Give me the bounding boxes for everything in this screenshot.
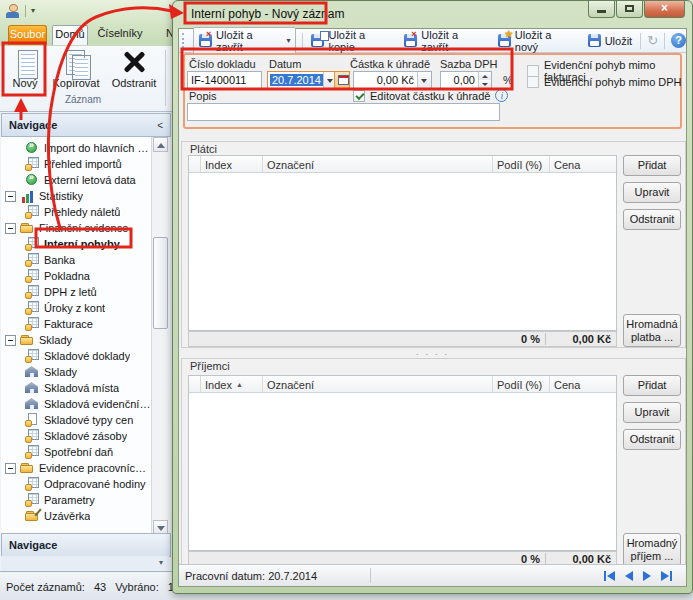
quick-access-toolbar: ▾ bbox=[5, 3, 35, 18]
nav-item-parametry[interactable]: Parametry bbox=[1, 492, 151, 508]
nav-item-interni-pohyby[interactable]: Interní pohyby bbox=[1, 236, 151, 252]
toolbar-separator bbox=[640, 33, 641, 49]
first-record-icon[interactable] bbox=[604, 571, 615, 581]
nav-item-banka[interactable]: Banka bbox=[1, 252, 151, 268]
save-button[interactable]: Uložit bbox=[586, 33, 635, 48]
spinner-icons[interactable] bbox=[478, 72, 491, 88]
tab-soubor[interactable]: Soubor bbox=[8, 25, 47, 45]
save-and-close-split-button[interactable]: × Uložit a zavřít ▾ bbox=[193, 27, 296, 55]
nav-item-odpracovane-hodiny[interactable]: Odpracované hodiny bbox=[1, 476, 151, 492]
payers-add-button[interactable]: Přidat bbox=[623, 155, 681, 176]
column-index[interactable]: Index▲ bbox=[201, 376, 263, 392]
payers-total-amount: 0,00 Kč bbox=[546, 333, 616, 345]
date-label: Datum bbox=[269, 58, 301, 70]
payers-table[interactable]: Index Označení Podíl (%) Cena bbox=[188, 155, 617, 331]
nav-item-skladove-zasoby[interactable]: Skladové zásoby bbox=[1, 428, 151, 444]
nav-item-financni-evidence[interactable]: Finanční evidence bbox=[1, 220, 151, 236]
nav-item-statistiky[interactable]: Statistiky bbox=[1, 188, 151, 204]
tab-ciselniky[interactable]: Číselníky bbox=[97, 25, 143, 44]
table-icon bbox=[25, 445, 40, 459]
doc-number-input[interactable] bbox=[187, 71, 262, 89]
tree-collapse-icon[interactable] bbox=[5, 463, 16, 474]
payers-total-percent: 0 % bbox=[486, 333, 546, 345]
nav-item-pokladna[interactable]: Pokladna bbox=[1, 268, 151, 284]
row-indicator-column bbox=[189, 376, 201, 392]
column-podil[interactable]: Podíl (%) bbox=[493, 156, 550, 172]
date-dropdown-icon[interactable] bbox=[323, 72, 334, 88]
tree-collapse-icon[interactable] bbox=[5, 191, 16, 202]
date-picker[interactable]: 20.7.2014 bbox=[267, 71, 350, 89]
nav-item-sklady[interactable]: Sklady bbox=[1, 332, 151, 348]
new-button[interactable]: Nový bbox=[4, 48, 46, 96]
save-and-close-button[interactable]: × Uložit a zavřít bbox=[402, 28, 489, 54]
payers-edit-button[interactable]: Upravit bbox=[623, 182, 681, 203]
receivers-table[interactable]: Index▲ Označení Podíl (%) Cena bbox=[188, 375, 617, 551]
bulk-payment-button[interactable]: Hromadná platba ... bbox=[623, 314, 681, 347]
receivers-add-button[interactable]: Přidat bbox=[623, 375, 681, 396]
navigation-footer-label: Navigace bbox=[9, 539, 57, 551]
save-and-new-button[interactable]: ★ Uložit a nový bbox=[496, 28, 580, 54]
scrollbar-thumb[interactable] bbox=[153, 237, 168, 329]
tree-collapse-icon[interactable] bbox=[5, 335, 16, 346]
nav-item-skladova-evidencni-mista[interactable]: Skladová evidenční mí... bbox=[1, 396, 151, 412]
nav-item-prehledy-naletu[interactable]: Přehledy náletů bbox=[1, 204, 151, 220]
nav-item-prehled-importu[interactable]: Přehled importů bbox=[1, 156, 151, 172]
navigation-footer-button[interactable]: Navigace bbox=[1, 533, 171, 557]
nav-item-import-do-hlavnich-knih[interactable]: Import do hlavních knih bbox=[1, 140, 151, 156]
amount-input[interactable]: 0,00 Kč bbox=[353, 71, 432, 89]
description-input[interactable] bbox=[187, 103, 500, 121]
maximize-button[interactable] bbox=[616, 1, 643, 18]
page-icon bbox=[25, 413, 40, 427]
nav-item-spotrebni-dan[interactable]: Spotřební daň bbox=[1, 444, 151, 460]
payers-remove-button[interactable]: Odstranit bbox=[623, 209, 681, 230]
nav-item-evidence-pracovnich-cinnosti[interactable]: Evidence pracovních činn... bbox=[1, 460, 151, 476]
nav-item-uzaverka[interactable]: Uzávěrka bbox=[1, 508, 151, 524]
checkbox-no-vat[interactable]: Evidenční pohyb mimo DPH bbox=[527, 76, 682, 88]
records-count-value: 43 bbox=[94, 581, 106, 593]
checkbox-icon[interactable] bbox=[527, 76, 539, 88]
copy-button[interactable]: Kopírovat bbox=[47, 48, 105, 96]
next-record-icon[interactable] bbox=[643, 571, 651, 581]
nav-item-skladove-doklady[interactable]: Skladové doklady bbox=[1, 348, 151, 364]
delete-button[interactable]: Odstranit bbox=[106, 48, 162, 96]
help-icon[interactable]: ? bbox=[671, 33, 686, 48]
nav-item-uroky-z-kont[interactable]: Úroky z kont bbox=[1, 300, 151, 316]
save-and-copy-button[interactable]: Uložit a kopie bbox=[309, 28, 396, 54]
refresh-icon[interactable]: ↻ bbox=[647, 33, 658, 48]
column-oznaceni[interactable]: Označení bbox=[263, 156, 493, 172]
dialog-interni-pohyb: Interní pohyb - Nový záznam × × Uložit a… bbox=[172, 0, 693, 594]
column-index[interactable]: Index bbox=[201, 156, 263, 172]
column-cena[interactable]: Cena bbox=[550, 156, 616, 172]
chevron-down-icon[interactable]: ▾ bbox=[159, 558, 163, 567]
minimize-button[interactable] bbox=[588, 1, 615, 18]
collapse-panel-icon[interactable]: < bbox=[157, 120, 163, 131]
scroll-up-icon[interactable] bbox=[153, 137, 168, 152]
nav-item-skladova-mista[interactable]: Skladová místa bbox=[1, 380, 151, 396]
table-icon bbox=[25, 349, 40, 363]
nav-item-sklady-seznam[interactable]: Sklady bbox=[1, 364, 151, 380]
column-podil[interactable]: Podíl (%) bbox=[493, 376, 550, 392]
nav-item-dph-z-letu[interactable]: DPH z letů bbox=[1, 284, 151, 300]
checkbox-checked-icon[interactable] bbox=[353, 90, 365, 102]
nav-item-externi-letova-data[interactable]: Externí letová data bbox=[1, 172, 151, 188]
close-button[interactable]: × bbox=[644, 1, 685, 18]
amount-dropdown-icon[interactable] bbox=[417, 72, 431, 88]
last-record-icon[interactable] bbox=[661, 571, 672, 581]
qat-customize-icon[interactable]: ▾ bbox=[31, 6, 35, 15]
nav-item-skladove-typy-cen[interactable]: Skladové typy cen bbox=[1, 412, 151, 428]
info-icon[interactable]: i bbox=[495, 89, 508, 102]
column-oznaceni[interactable]: Označení bbox=[263, 376, 493, 392]
checkbox-edit-amount[interactable]: Editovat částku k úhradě i bbox=[353, 89, 508, 102]
nav-item-fakturace[interactable]: Fakturace bbox=[1, 316, 151, 332]
tab-domu[interactable]: Domů bbox=[52, 25, 88, 45]
tree-scrollbar[interactable] bbox=[151, 137, 169, 535]
receivers-title: Příjemci bbox=[190, 360, 230, 372]
previous-record-icon[interactable] bbox=[625, 571, 633, 581]
column-cena[interactable]: Cena bbox=[550, 376, 616, 392]
receivers-edit-button[interactable]: Upravit bbox=[623, 402, 681, 423]
receivers-remove-button[interactable]: Odstranit bbox=[623, 429, 681, 450]
tree-collapse-icon[interactable] bbox=[5, 223, 16, 234]
bulk-receipt-button[interactable]: Hromadný příjem ... bbox=[623, 533, 681, 566]
vat-spinner[interactable]: 0,00 bbox=[440, 71, 492, 89]
calendar-icon[interactable] bbox=[334, 72, 349, 88]
